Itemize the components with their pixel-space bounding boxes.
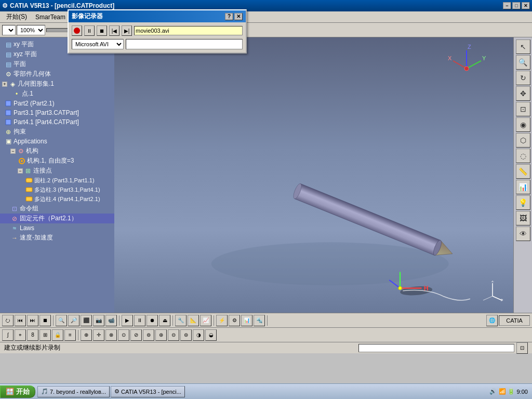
close-button[interactable]: ✕ xyxy=(522,2,530,9)
tree-item-mech1[interactable]: 机构.1, 自由度=3 xyxy=(0,156,114,166)
record-button[interactable] xyxy=(72,25,82,36)
bt2-btn14[interactable]: ⊝ xyxy=(168,329,179,341)
bt2-btn1[interactable]: ∫ xyxy=(2,329,14,341)
format-select[interactable]: Microsoft AVI xyxy=(72,39,124,49)
maximize-button[interactable]: □ xyxy=(512,2,521,9)
bt1-btn15[interactable]: 📐 xyxy=(188,315,199,326)
video-recorder-dialog[interactable]: 影像记录器 ? ✕ ⏸ ⏹ |◀ ▶| Microsoft AVI xyxy=(68,9,247,54)
tree-item-poly3[interactable]: 多边柱.3 (Part3.1,Part4.1) xyxy=(0,185,114,194)
viewport[interactable]: H Z Y X xyxy=(114,37,513,313)
tree-item-part3[interactable]: Part3.1 [Part3.CATPart] xyxy=(0,108,114,117)
rt-btn-hide[interactable]: ◌ xyxy=(516,149,530,163)
bt1-btn16[interactable]: 📈 xyxy=(200,315,211,326)
tree-item-speed[interactable]: → 速度-加速度 xyxy=(0,233,114,243)
rt-btn-view[interactable]: 👁 xyxy=(516,227,530,241)
rt-btn-pan[interactable]: ✥ xyxy=(516,86,530,101)
tree-item-applications[interactable]: ▣ Applications xyxy=(0,137,114,146)
rt-btn-analyze[interactable]: 📊 xyxy=(516,180,530,194)
minimize-button[interactable]: − xyxy=(503,2,511,9)
expand-btn[interactable]: + xyxy=(2,82,7,87)
rt-btn-shading[interactable]: ◉ xyxy=(516,117,530,132)
start-button[interactable]: 🪟 开始 xyxy=(0,385,35,398)
bt2-btn2[interactable]: ⌖ xyxy=(15,329,26,341)
tree-item-fixed[interactable]: ⊘ 固定元件（Part2.1） xyxy=(0,214,114,223)
tree-item-laws[interactable]: ≈ Laws xyxy=(0,223,114,233)
bt1-btn4[interactable]: ⏹ xyxy=(39,315,51,326)
prev-frame-button[interactable]: |◀ xyxy=(109,25,119,36)
bt2-btn16[interactable]: ◑ xyxy=(193,329,204,341)
next-frame-button[interactable]: ▶| xyxy=(122,25,132,36)
rt-btn-select[interactable]: ↖ xyxy=(516,39,530,54)
menu-start[interactable]: 开始(S) xyxy=(2,11,31,22)
fixed-icon: ⊘ xyxy=(10,215,19,223)
bt1-btn17[interactable]: ⚡ xyxy=(216,315,228,326)
status-btn[interactable]: ⊡ xyxy=(516,342,528,354)
bt2-btn9[interactable]: ⊗ xyxy=(105,329,117,341)
rt-btn-measure[interactable]: 📏 xyxy=(516,164,530,179)
bt1-btn21[interactable]: 🌐 xyxy=(486,315,498,326)
bt2-btn8[interactable]: ✛ xyxy=(93,329,104,341)
bt2-btn6[interactable]: ≡ xyxy=(64,329,76,341)
tree-item-plane[interactable]: ▤ 平面 xyxy=(0,59,114,69)
rt-btn-render[interactable]: 🖼 xyxy=(516,211,530,225)
bt2-btn7[interactable]: ⊕ xyxy=(81,329,92,341)
stop-button[interactable]: ⏹ xyxy=(97,25,107,36)
bt1-btn19[interactable]: 📊 xyxy=(241,315,252,326)
taskbar-app-2[interactable]: ⚙ CATIA V5R13 - [penci... xyxy=(111,386,185,397)
bt2-btn15[interactable]: ⊜ xyxy=(180,329,192,341)
pause-button[interactable]: ⏸ xyxy=(84,25,95,36)
bt1-btn6[interactable]: 🔎 xyxy=(68,315,79,326)
bt1-btn2[interactable]: ⏮ xyxy=(15,315,26,326)
bt1-btn13[interactable]: ⏏ xyxy=(159,315,170,326)
bt1-btn10[interactable]: ▶ xyxy=(122,315,133,326)
tree-item-cmdgroup[interactable]: ⊡ 命令组 xyxy=(0,204,114,214)
tree-item-joints[interactable]: − ⊞ 连接点 xyxy=(0,166,114,176)
tree-item-constraint[interactable]: ⊕ 拘束 xyxy=(0,127,114,137)
tree-label: 平面 xyxy=(14,60,26,69)
bt2-btn4[interactable]: ⊞ xyxy=(39,329,51,341)
tree-item-geo-set[interactable]: + ◈ 几何图形集.1 xyxy=(0,79,114,89)
dialog-close-button[interactable]: ✕ xyxy=(234,13,243,20)
bt1-btn11[interactable]: ⏸ xyxy=(134,315,145,326)
bt1-btn3[interactable]: ⏭ xyxy=(27,315,38,326)
tree-item-poly4[interactable]: 多边柱.4 (Part4.1,Part2.1) xyxy=(0,194,114,204)
dialog-help-button[interactable]: ? xyxy=(225,13,233,20)
rt-btn-rotate[interactable]: ↻ xyxy=(516,71,530,85)
codec-input[interactable] xyxy=(126,39,243,49)
tree-item-mechanism[interactable]: − ⚙ 机构 xyxy=(0,146,114,156)
bt2-btn3[interactable]: 8 xyxy=(27,329,38,341)
zoom-select[interactable]: 100% xyxy=(17,25,45,35)
tree-item-point[interactable]: • 点.1 xyxy=(0,89,114,99)
command-input[interactable] xyxy=(358,344,514,352)
tree-item-cyl2[interactable]: 圆柱.2 (Part3.1,Part1.1) xyxy=(0,176,114,185)
bt2-btn13[interactable]: ⊛ xyxy=(155,329,167,341)
tree-item-part2[interactable]: Part2 (Part2.1) xyxy=(0,99,114,108)
taskbar-app-1[interactable]: 🎵 7. beyond - reallylов... xyxy=(37,386,110,397)
tree-item-geometry[interactable]: ⚙ 零部件几何体 xyxy=(0,69,114,79)
bt1-btn18[interactable]: ⚙ xyxy=(229,315,240,326)
bt2-btn11[interactable]: ⊘ xyxy=(130,329,142,341)
expand-joints[interactable]: − xyxy=(18,168,23,174)
tree-item-part4[interactable]: Part4.1 [Part4.CATPart] xyxy=(0,117,114,127)
expand-mechanism[interactable]: − xyxy=(10,149,16,154)
bt1-btn9[interactable]: 📹 xyxy=(105,315,117,326)
bt1-btn1[interactable]: ⭮ xyxy=(2,315,14,326)
rt-btn-normal[interactable]: ⊡ xyxy=(516,102,530,116)
bt1-btn7[interactable]: ⬛ xyxy=(81,315,92,326)
bt1-btn20[interactable]: 🔩 xyxy=(254,315,265,326)
bt1-btn5[interactable]: 🔍 xyxy=(56,315,67,326)
bt2-btn5[interactable]: 🔒 xyxy=(52,329,63,341)
bt1-btn14[interactable]: 🔧 xyxy=(175,315,187,326)
rt-btn-wire[interactable]: ⬡ xyxy=(516,133,530,148)
toolbar-dropdown[interactable] xyxy=(2,25,16,35)
bt2-btn12[interactable]: ⊚ xyxy=(143,329,154,341)
rt-btn-zoom[interactable]: 🔍 xyxy=(516,55,530,70)
tree-label: xyz 平面 xyxy=(14,50,37,59)
menu-smarteam[interactable]: SmarTeam xyxy=(31,12,70,22)
bt1-btn8[interactable]: 📷 xyxy=(93,315,104,326)
filename-input[interactable] xyxy=(134,26,243,35)
bt2-btn10[interactable]: ⊙ xyxy=(118,329,129,341)
bt2-btn17[interactable]: ◒ xyxy=(205,329,217,341)
rt-btn-light[interactable]: 💡 xyxy=(516,195,530,210)
bt1-btn12[interactable]: ⏺ xyxy=(147,315,158,326)
